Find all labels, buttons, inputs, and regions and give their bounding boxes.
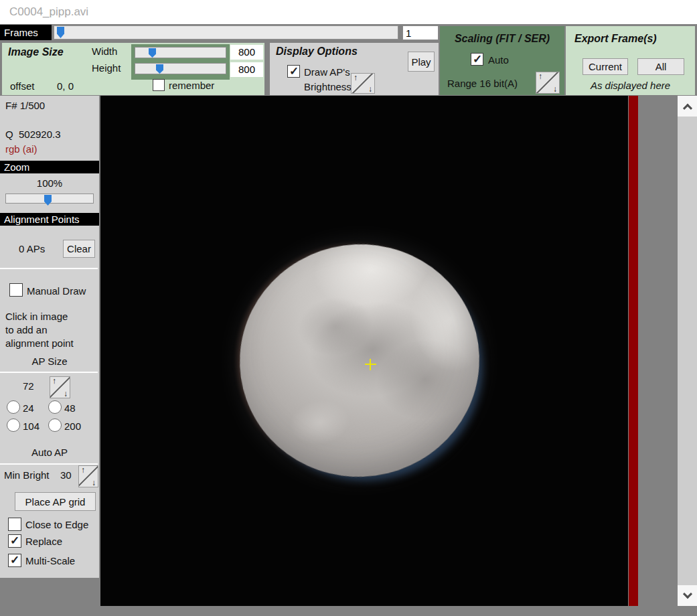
image-viewport[interactable]: [100, 96, 628, 606]
spinner-up-icon[interactable]: ↑: [354, 73, 358, 82]
ap-size-radio-24[interactable]: [7, 400, 20, 414]
zoom-slider[interactable]: [5, 194, 94, 204]
ap-size-radio-104-label: 104: [23, 420, 40, 432]
size-slider-well: [131, 44, 230, 80]
color-mode-label: rgb (ai): [5, 143, 37, 155]
zoom-slider-thumb[interactable]: [44, 195, 52, 206]
zoom-section-header: Zoom: [0, 161, 99, 173]
frame-number-input[interactable]: [402, 25, 439, 40]
multi-scale-checkbox[interactable]: [8, 554, 21, 567]
scroll-down-button[interactable]: [678, 585, 697, 606]
title-bar: C0004_pipp.avi: [0, 0, 697, 24]
width-value[interactable]: 800: [230, 45, 263, 60]
offset-value: 0, 0: [57, 80, 74, 92]
display-options-panel: Display Options Play Draw AP's Brightnes…: [270, 43, 439, 95]
draw-aps-checkbox[interactable]: [287, 65, 300, 78]
width-slider-thumb[interactable]: [149, 48, 156, 58]
width-slider[interactable]: [135, 47, 226, 58]
multi-scale-label: Multi-Scale: [25, 555, 75, 566]
remember-checkbox[interactable]: [153, 79, 165, 91]
scaling-panel: Scaling (FIT / SER) Auto Range 16 bit(A)…: [440, 26, 564, 95]
horizontal-scrollbar[interactable]: [100, 606, 697, 616]
ap-size-spinner[interactable]: ↑ ↓: [50, 376, 70, 398]
frames-label: Frames: [0, 25, 52, 40]
close-to-edge-checkbox[interactable]: [8, 518, 21, 531]
width-label: Width: [92, 46, 117, 57]
ap-size-radio-48[interactable]: [48, 400, 62, 414]
spinner-up-icon[interactable]: ↑: [81, 465, 85, 475]
spinner-down-icon[interactable]: ↓: [368, 84, 372, 94]
replace-checkbox[interactable]: [8, 534, 21, 548]
window-title: C0004_pipp.avi: [9, 5, 88, 19]
range-label: Range 16 bit(A): [447, 78, 518, 89]
app-window: C0004_pipp.avi Frames Image Size Width H…: [0, 0, 697, 616]
chevron-down-icon: [682, 589, 692, 599]
export-current-button[interactable]: Current: [583, 58, 628, 75]
spinner-down-icon[interactable]: ↓: [64, 389, 68, 398]
frames-slider[interactable]: [54, 25, 398, 40]
min-bright-spinner[interactable]: ↑ ↓: [78, 465, 98, 487]
image-size-panel: Image Size Width Height 800 800 offset 0…: [2, 43, 264, 95]
play-button[interactable]: Play: [408, 52, 435, 72]
min-bright-value: 30: [60, 469, 72, 481]
ap-size-radio-200-label: 200: [64, 420, 81, 432]
range-spinner[interactable]: ↑ ↓: [536, 72, 560, 94]
divider: [0, 268, 98, 269]
min-bright-label: Min Bright: [4, 469, 50, 481]
auto-checkbox[interactable]: [471, 53, 483, 66]
divider: [0, 463, 98, 465]
height-label: Height: [92, 62, 121, 74]
manual-draw-checkbox[interactable]: [9, 283, 23, 297]
auto-label: Auto: [488, 54, 509, 66]
alignment-points-header: Alignment Points: [0, 213, 99, 226]
manual-draw-label: Manual Draw: [27, 285, 86, 297]
clear-aps-button[interactable]: Clear: [63, 240, 95, 258]
place-ap-grid-button[interactable]: Place AP grid: [15, 492, 96, 511]
frames-slider-thumb[interactable]: [57, 27, 64, 38]
quality-label: Q 502920.3: [5, 129, 61, 140]
sidebar: F# 1/500 Q 502920.3 rgb (ai) Zoom 100% A…: [0, 96, 99, 578]
f-number-label: F# 1/500: [5, 100, 45, 111]
ap-size-label: AP Size: [0, 356, 99, 367]
replace-label: Replace: [25, 536, 62, 547]
spinner-down-icon[interactable]: ↓: [553, 84, 557, 94]
red-edge-stripe: [629, 96, 638, 606]
close-to-edge-label: Close to Edge: [25, 519, 88, 530]
spinner-up-icon[interactable]: ↑: [52, 376, 56, 386]
export-note: As displayed here: [566, 80, 695, 91]
brightness-spinner[interactable]: ↑ ↓: [351, 73, 375, 94]
chevron-up-icon: [682, 103, 692, 112]
height-slider-thumb[interactable]: [156, 64, 163, 74]
height-value[interactable]: 800: [230, 62, 263, 77]
remember-label: remember: [169, 80, 214, 91]
ap-size-radio-200[interactable]: [48, 418, 62, 432]
image-size-title: Image Size: [8, 46, 64, 58]
ap-size-radio-104[interactable]: [7, 418, 20, 432]
offset-label: offset: [10, 80, 34, 92]
export-all-button[interactable]: All: [637, 58, 684, 75]
ap-size-radio-48-label: 48: [64, 402, 76, 414]
vertical-scrollbar[interactable]: [678, 96, 697, 606]
zoom-value: 100%: [0, 177, 99, 189]
hint-line-1: Click in image: [5, 311, 68, 322]
divider: [0, 372, 98, 373]
auto-ap-label: Auto AP: [0, 447, 99, 458]
hint-line-2: to add an: [5, 324, 48, 335]
display-options-title: Display Options: [276, 46, 358, 58]
spinner-down-icon[interactable]: ↓: [92, 478, 96, 487]
ap-count-label: 0 APs: [19, 243, 45, 254]
moon-image: [225, 229, 495, 492]
export-title: Export Frame(s): [574, 33, 657, 45]
spinner-up-icon[interactable]: ↑: [538, 72, 542, 81]
scroll-up-button[interactable]: [678, 96, 697, 117]
crosshair-icon: [370, 359, 371, 370]
hint-line-3: alignment point: [5, 337, 74, 349]
export-panel: Export Frame(s) Current All As displayed…: [566, 26, 695, 95]
ap-size-radio-24-label: 24: [23, 402, 34, 414]
ap-size-value: 72: [23, 380, 34, 392]
draw-aps-label: Draw AP's: [304, 66, 350, 78]
scaling-title: Scaling (FIT / SER): [440, 33, 564, 45]
height-slider[interactable]: [135, 63, 226, 74]
